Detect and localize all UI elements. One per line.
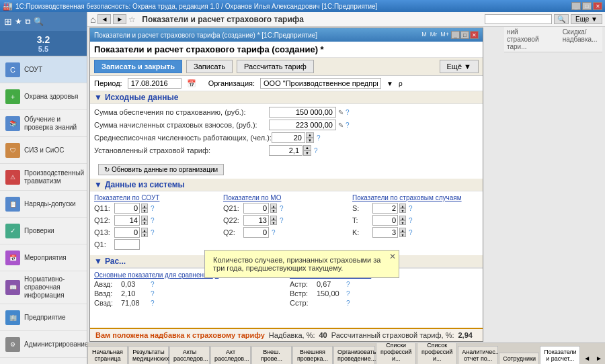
sidebar-item-health[interactable]: + Охрана здоровья	[0, 83, 87, 110]
q13-help[interactable]: ?	[151, 229, 155, 236]
sstr-help[interactable]: ?	[346, 300, 350, 307]
tab-home[interactable]: Начальная страница	[87, 346, 128, 364]
tab-acts2[interactable]: Акт расследов...	[210, 346, 251, 364]
field-value-4[interactable]	[269, 145, 302, 156]
q1-input[interactable]	[114, 239, 140, 250]
q12-help[interactable]: ?	[151, 217, 155, 224]
t-spin-up[interactable]: ▲	[399, 216, 406, 220]
sidebar-item-reference[interactable]: 📖 Нормативно-справочная информация	[0, 271, 87, 304]
top-search-input[interactable]	[485, 14, 552, 24]
org-open-icon[interactable]: ρ	[399, 80, 403, 87]
avzd-help[interactable]: ?	[151, 281, 155, 288]
maximize-button[interactable]: □	[582, 2, 592, 10]
tabs-scroll-right[interactable]: ►	[593, 353, 605, 364]
sidebar-item-permits[interactable]: 📋 Наряды-допуски	[0, 191, 87, 218]
q2-help[interactable]: ?	[272, 229, 276, 236]
q22-help[interactable]: ?	[280, 217, 284, 224]
spin-up-4[interactable]: ▲	[303, 145, 311, 150]
insurance-header[interactable]: Показатели по страховым случаям	[352, 194, 479, 201]
field-value-1[interactable]	[269, 107, 336, 118]
tab-analytics[interactable]: Аналитичес... отчет по...	[458, 346, 498, 364]
q13-spin-down[interactable]: ▼	[141, 232, 148, 237]
tab-ext-check[interactable]: Внеш. прове...	[251, 346, 292, 364]
doc-minimize-button[interactable]: _	[451, 31, 460, 39]
apps-icon[interactable]: ⊞	[4, 16, 12, 27]
q21-input[interactable]	[243, 203, 269, 214]
search-icon-top[interactable]: 🔍	[554, 14, 569, 24]
copy-icon[interactable]: ⧉	[25, 17, 31, 26]
sidebar-item-cot[interactable]: С СОУТ	[0, 56, 87, 83]
org-input[interactable]	[260, 78, 381, 89]
q12-spin-down[interactable]: ▼	[141, 220, 148, 225]
tabs-scroll-left[interactable]: ◄	[581, 353, 593, 364]
q13-spin-up[interactable]: ▲	[141, 228, 148, 232]
q12-spin-up[interactable]: ▲	[141, 216, 148, 220]
period-input[interactable]	[128, 78, 182, 89]
results-collapse-icon[interactable]: ▼	[94, 257, 102, 266]
search-icon[interactable]: 🔍	[34, 17, 44, 26]
tab-medical[interactable]: Результаты медицинских...	[128, 346, 169, 364]
field-help-icon-1[interactable]: ?	[346, 109, 350, 116]
field-help-icon-3[interactable]: ?	[317, 134, 321, 142]
tab-ext-check2[interactable]: Внешняя проверка...	[292, 346, 333, 364]
t-spin-down[interactable]: ▼	[399, 220, 406, 225]
nav-home-button[interactable]: ⌂	[90, 14, 95, 25]
vstr-help[interactable]: ?	[346, 290, 350, 298]
spin-down-3[interactable]: ▼	[306, 138, 314, 143]
title-bar-controls[interactable]: _ □ ✕	[571, 2, 602, 10]
q22-spin-up[interactable]: ▲	[270, 216, 277, 220]
sidebar-item-injury[interactable]: ⚠ Производственный травматизм	[0, 164, 87, 191]
k-spin-up[interactable]: ▲	[399, 228, 406, 232]
org-dropdown-icon[interactable]: ▼	[387, 80, 393, 87]
doc-window-controls[interactable]: M Mr M+ _ □ ✕	[420, 31, 479, 39]
field-value-3[interactable]	[272, 132, 305, 143]
minimize-button[interactable]: _	[571, 2, 581, 10]
tab-employees[interactable]: Сотрудники	[499, 353, 539, 364]
sidebar-item-admin[interactable]: ⚙ Администрирование	[0, 331, 87, 358]
tab-indicators[interactable]: Показатели и расчет...	[540, 346, 580, 364]
tab-acts1[interactable]: Акты расследов...	[169, 346, 210, 364]
q22-input[interactable]	[243, 215, 269, 226]
data-collapse-icon[interactable]: ▼	[94, 180, 102, 189]
q21-help[interactable]: ?	[280, 205, 284, 212]
close-button[interactable]: ✕	[593, 2, 602, 10]
calc-tariff-button[interactable]: Рассчитать тариф	[237, 60, 314, 73]
star-icon[interactable]: ★	[15, 17, 22, 26]
spin-up-3[interactable]: ▲	[306, 132, 314, 138]
sidebar-item-events[interactable]: 📅 Мероприятия	[0, 244, 87, 271]
k-spin-down[interactable]: ▼	[399, 232, 406, 237]
tab-proflist1[interactable]: Списки профессий и...	[376, 343, 416, 364]
nav-back-button[interactable]: ◄	[97, 14, 111, 24]
sidebar-item-knowledge[interactable]: 📚 Обучение и проверка знаний	[0, 110, 87, 137]
field-help-icon-4[interactable]: ?	[314, 147, 318, 154]
field-value-2[interactable]	[269, 120, 336, 130]
q11-spin-down[interactable]: ▼	[141, 208, 148, 213]
vvzd-help[interactable]: ?	[151, 290, 155, 298]
tooltip-close-button[interactable]: ✕	[389, 252, 396, 261]
q12-input[interactable]	[114, 215, 140, 226]
sidebar-item-siz[interactable]: 🛡 СИЗ и СиОС	[0, 137, 87, 164]
doc-close-button[interactable]: ✕	[470, 31, 479, 39]
more-button[interactable]: Ещё ▼	[440, 60, 479, 73]
sovt-header[interactable]: Показатели по СОУТ	[94, 194, 220, 201]
s-spin-down[interactable]: ▼	[399, 208, 406, 213]
t-help[interactable]: ?	[409, 217, 413, 224]
more-button-top[interactable]: Еще ▼	[571, 14, 602, 24]
q21-spin-down[interactable]: ▼	[270, 208, 277, 213]
sidebar-item-enterprise[interactable]: 🏢 Предприятие	[0, 304, 87, 331]
svzd-help[interactable]: ?	[151, 300, 155, 307]
save-close-button[interactable]: Записать и закрыть	[94, 60, 182, 73]
spin-down-4[interactable]: ▼	[303, 150, 311, 156]
t-input[interactable]	[372, 215, 398, 226]
q2-input[interactable]	[243, 227, 269, 238]
q11-input[interactable]	[114, 203, 140, 214]
calendar-icon[interactable]: 📅	[187, 79, 196, 88]
s-input[interactable]	[372, 203, 398, 214]
q11-spin-up[interactable]: ▲	[141, 203, 148, 208]
field-edit-icon-1[interactable]: ✎	[338, 109, 344, 116]
save-button[interactable]: Записать	[186, 60, 233, 73]
k-input[interactable]	[372, 227, 398, 238]
k-help[interactable]: ?	[409, 229, 413, 236]
field-help-icon-2[interactable]: ?	[346, 122, 350, 129]
mo-header[interactable]: Показатели по МО	[223, 194, 350, 201]
